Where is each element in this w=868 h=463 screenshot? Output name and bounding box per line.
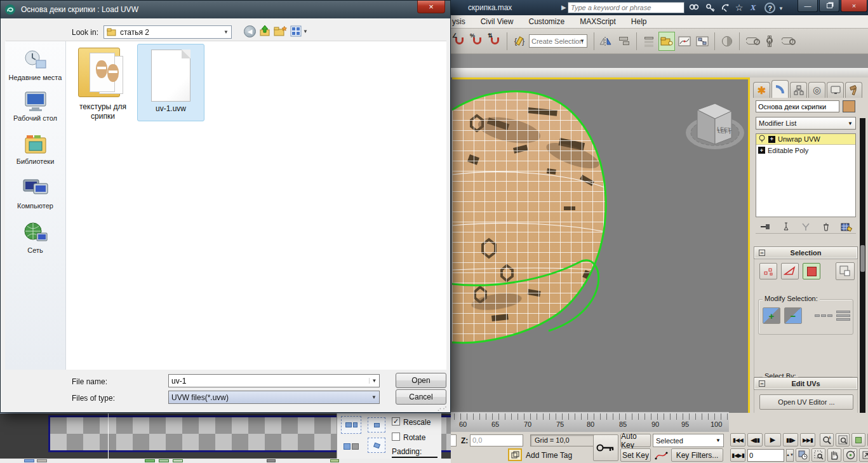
zoom-all-button[interactable] xyxy=(836,433,850,446)
file-name-input[interactable] xyxy=(169,377,369,386)
viewcube[interactable]: LEFT LEFT xyxy=(682,91,745,157)
file-name-combo[interactable]: ▼ xyxy=(168,374,380,387)
place-computer[interactable]: Компьютер xyxy=(5,166,65,210)
timeline-ruler[interactable]: 60 65 70 75 80 85 90 95 100 xyxy=(441,412,729,432)
infocenter-x-icon[interactable]: X xyxy=(746,2,760,13)
edge-mode-button[interactable] xyxy=(781,263,799,279)
edit-named-selections-icon[interactable]: {} xyxy=(511,32,528,51)
uv-tool-icon[interactable] xyxy=(267,459,276,462)
search-input[interactable] xyxy=(568,2,684,13)
zoom-extents-button[interactable] xyxy=(851,433,865,446)
grow-selection-button[interactable]: + xyxy=(763,307,780,324)
zoom-button[interactable]: ± xyxy=(820,433,834,446)
vertex-mode-button[interactable] xyxy=(759,263,777,279)
remove-modifier-icon[interactable] xyxy=(822,222,831,232)
align-icon[interactable] xyxy=(616,32,632,51)
selection-filter-dropdown[interactable]: Selected▼ xyxy=(653,434,724,447)
place-recent[interactable]: Недавние места xyxy=(5,41,65,82)
cancel-button[interactable]: Cancel xyxy=(396,389,446,405)
mirror-icon[interactable] xyxy=(598,32,615,51)
files-of-type-combo[interactable]: UVW files(*.uvw) ▼ xyxy=(168,391,380,404)
isolate-selection-button[interactable] xyxy=(508,448,522,461)
place-network[interactable]: Сеть xyxy=(5,210,65,255)
frame-spinner[interactable]: ▲▼ xyxy=(786,449,794,462)
angle-snap-icon[interactable]: ∠ xyxy=(451,32,467,51)
look-in-dropdown[interactable]: статья 2 ▼ xyxy=(103,25,232,39)
help-icon[interactable]: ? xyxy=(765,3,775,13)
file-item-selected[interactable]: uv-1.uvw xyxy=(137,44,204,121)
go-to-start-button[interactable]: ▮◀◀ xyxy=(730,433,745,446)
command-panel-scrollbar[interactable] xyxy=(860,118,865,463)
uv-tool-icon[interactable] xyxy=(145,459,155,462)
object-color-swatch[interactable] xyxy=(843,100,855,112)
uv-tool-icon[interactable] xyxy=(173,459,183,462)
auto-key-button[interactable]: Auto Key xyxy=(620,434,651,447)
pin-stack-icon[interactable] xyxy=(759,222,771,232)
open-uv-editor-button[interactable]: Open UV Editor ... xyxy=(759,394,853,410)
pan-button[interactable] xyxy=(827,448,841,462)
z-coordinate-field[interactable]: 0,0 xyxy=(470,434,523,446)
open-button[interactable]: Open xyxy=(396,373,446,388)
zoom-region-button[interactable] xyxy=(811,448,825,462)
next-frame-button[interactable]: ▮▮▶ xyxy=(783,433,798,446)
restore-button[interactable] xyxy=(819,0,839,12)
views-menu-button[interactable]: ▼ xyxy=(290,25,308,37)
polygon-mode-button[interactable] xyxy=(803,263,820,279)
set-key-button[interactable]: Set Key xyxy=(620,448,651,462)
object-name-field[interactable] xyxy=(756,100,839,112)
key-mode-toggle-button[interactable]: ▮◀▶▮ xyxy=(730,448,745,462)
menu-item-help[interactable]: Help xyxy=(624,15,655,28)
tab-hierarchy[interactable] xyxy=(790,82,807,98)
back-button[interactable]: ◀ xyxy=(244,25,256,37)
render-setup-icon[interactable] xyxy=(744,32,760,51)
layer-explorer-icon[interactable] xyxy=(658,32,675,51)
modifier-list-dropdown[interactable]: Modifier List ▼ xyxy=(756,117,856,130)
play-button[interactable]: ▶ xyxy=(765,433,781,446)
new-folder-button[interactable] xyxy=(274,25,288,39)
search-icon[interactable] xyxy=(687,2,701,13)
folder-item[interactable]: текстуры для срипки xyxy=(71,44,135,139)
orbit-button[interactable] xyxy=(843,448,857,462)
manage-layers-icon[interactable] xyxy=(641,32,657,51)
close-button[interactable]: × xyxy=(841,0,867,12)
up-one-level-button[interactable] xyxy=(259,25,272,39)
communication-center-icon[interactable] xyxy=(719,2,733,13)
expand-icon[interactable]: + xyxy=(758,147,765,154)
spinner-snap-icon[interactable]: ⇅ xyxy=(486,32,503,51)
current-frame-field[interactable] xyxy=(747,449,784,462)
stack-item-editable-poly[interactable]: + Editable Poly xyxy=(756,145,855,156)
stack-item-unwrap-uvw[interactable]: + Unwrap UVW xyxy=(756,134,855,145)
favorites-star-icon[interactable]: ☆ xyxy=(732,2,746,13)
help-dropdown-caret-icon[interactable]: ▼ xyxy=(778,6,784,11)
pack-custom-icon[interactable] xyxy=(341,438,361,455)
viewport-left[interactable]: LEFT LEFT xyxy=(452,77,750,413)
schematic-view-icon[interactable] xyxy=(694,32,711,51)
collapse-icon[interactable]: − xyxy=(759,380,765,387)
key-filters-button[interactable]: Key Filters... xyxy=(671,448,723,462)
place-libraries[interactable]: Библиотеки xyxy=(5,123,65,166)
curve-editor-icon[interactable] xyxy=(676,32,693,51)
place-desktop[interactable]: Рабочий стол xyxy=(5,82,65,123)
minimize-button[interactable]: — xyxy=(798,0,818,12)
expand-icon[interactable]: + xyxy=(768,136,775,143)
element-mode-button[interactable] xyxy=(836,262,855,280)
uv-tool-icon[interactable] xyxy=(37,459,47,462)
go-to-end-button[interactable]: ▶▶▮ xyxy=(800,433,815,446)
set-keys-button[interactable] xyxy=(593,434,618,461)
add-time-tag[interactable]: Add Time Tag xyxy=(526,451,572,460)
tab-modify[interactable] xyxy=(771,80,789,98)
menu-item-customize[interactable]: Customize xyxy=(521,15,572,28)
pack-normalize-icon[interactable] xyxy=(341,416,361,434)
show-end-result-icon[interactable] xyxy=(782,222,791,232)
collapse-icon[interactable]: − xyxy=(759,250,765,256)
make-unique-icon[interactable] xyxy=(801,222,811,232)
selection-set-caret-icon[interactable]: ▼ xyxy=(580,38,585,44)
maximize-viewport-button[interactable] xyxy=(859,448,868,462)
select-edge-loop-icon[interactable] xyxy=(836,311,850,321)
file-name-caret-icon[interactable]: ▼ xyxy=(369,378,379,384)
named-selection-set-combo[interactable] xyxy=(529,34,587,48)
percent-snap-icon[interactable]: % xyxy=(469,32,485,51)
select-edge-ring-icon[interactable] xyxy=(815,314,832,317)
rendered-frame-window-icon[interactable] xyxy=(761,32,778,51)
viewcube-left-face-label[interactable]: LEFT xyxy=(717,126,731,133)
